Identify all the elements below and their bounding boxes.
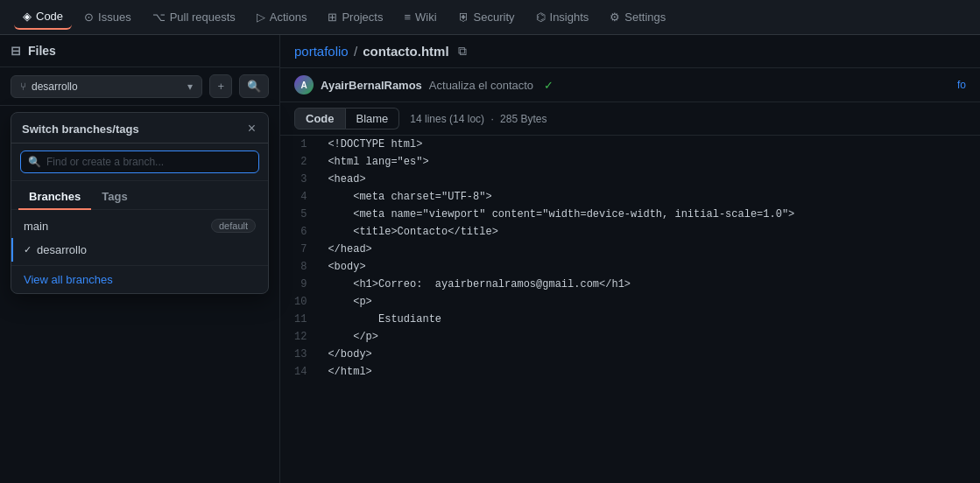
table-row: 4 <meta charset="UTF-8"> bbox=[280, 188, 980, 206]
line-number: 14 bbox=[280, 363, 321, 381]
line-number: 7 bbox=[280, 241, 321, 258]
files-icon: ⊟ bbox=[11, 44, 21, 58]
line-number: 2 bbox=[280, 153, 321, 171]
table-row: 6 <title>Contacto</title> bbox=[280, 223, 980, 241]
table-row: 3<head> bbox=[280, 171, 980, 188]
line-code: <meta charset="UTF-8"> bbox=[321, 188, 980, 206]
path-separator: / bbox=[354, 44, 361, 59]
nav-code[interactable]: ◈ Code bbox=[14, 4, 72, 30]
copy-path-icon[interactable]: ⧉ bbox=[458, 44, 467, 59]
branch-search-input[interactable] bbox=[46, 156, 251, 168]
repo-link[interactable]: portafolio bbox=[294, 44, 349, 59]
line-number: 11 bbox=[280, 311, 321, 328]
nav-actions[interactable]: ▷ Actions bbox=[248, 5, 316, 29]
branch-icon: ⑂ bbox=[20, 80, 26, 93]
file-path-header: portafolio / contacto.html ⧉ bbox=[280, 35, 980, 68]
check-icon: ✓ bbox=[24, 244, 32, 256]
branch-name-main: main bbox=[24, 220, 48, 233]
dropdown-title: Switch branches/tags bbox=[22, 122, 139, 136]
settings-nav-icon: ⚙ bbox=[610, 10, 620, 24]
code-nav-icon: ◈ bbox=[23, 10, 32, 23]
table-row: 8<body> bbox=[280, 258, 980, 276]
table-row: 10 <p> bbox=[280, 293, 980, 311]
line-code: </html> bbox=[321, 363, 980, 381]
line-code: </head> bbox=[321, 241, 980, 258]
nav-pullrequests[interactable]: ⌥ Pull requests bbox=[144, 5, 244, 29]
issues-nav-icon: ⊙ bbox=[84, 10, 94, 24]
code-meta: 14 lines (14 loc) · 285 Bytes bbox=[410, 113, 546, 125]
table-row: 13</body> bbox=[280, 346, 980, 363]
line-number: 4 bbox=[280, 188, 321, 206]
search-input-wrapper: 🔍 bbox=[20, 150, 259, 173]
blame-view-button[interactable]: Blame bbox=[346, 108, 400, 130]
main-layout: ⊟ Files ⑂ desarrollo ▾ + 🔍 Switch branch… bbox=[0, 35, 980, 483]
dropdown-header: Switch branches/tags × bbox=[11, 113, 268, 144]
branch-selector-row: ⑂ desarrollo ▾ + 🔍 bbox=[0, 67, 279, 106]
nav-security[interactable]: ⛨ Security bbox=[449, 5, 524, 29]
view-all-branches-link[interactable]: View all branches bbox=[11, 265, 268, 293]
line-code: Estudiante bbox=[321, 311, 980, 328]
branch-search-box: 🔍 bbox=[11, 144, 268, 181]
default-badge: default bbox=[211, 219, 256, 233]
nav-insights[interactable]: ⌬ Insights bbox=[527, 5, 598, 29]
branch-item-desarrollo[interactable]: ✓ desarrollo bbox=[11, 238, 268, 262]
security-nav-icon: ⛨ bbox=[458, 10, 469, 24]
sidebar-title: ⊟ Files bbox=[11, 44, 56, 58]
line-code: <title>Contacto</title> bbox=[321, 223, 980, 241]
chevron-down-icon: ▾ bbox=[187, 80, 193, 93]
table-row: 5 <meta name="viewport" content="width=d… bbox=[280, 206, 980, 223]
lines-count: 14 lines (14 loc) bbox=[410, 113, 484, 125]
commit-hash: fo bbox=[957, 79, 966, 91]
tab-tags[interactable]: Tags bbox=[91, 185, 137, 210]
line-code: <head> bbox=[321, 171, 980, 188]
commit-message: Actualiza el contacto bbox=[429, 79, 533, 92]
nav-issues[interactable]: ⊙ Issues bbox=[75, 5, 140, 29]
top-nav: ◈ Code ⊙ Issues ⌥ Pull requests ▷ Action… bbox=[0, 0, 980, 35]
branch-tabs: Branches Tags bbox=[11, 181, 268, 210]
line-number: 1 bbox=[280, 136, 321, 153]
nav-settings[interactable]: ⚙ Settings bbox=[601, 5, 674, 29]
code-area: portafolio / contacto.html ⧉ A AyairBern… bbox=[280, 35, 980, 483]
close-dropdown-button[interactable]: × bbox=[246, 122, 257, 136]
code-toolbar: Code Blame 14 lines (14 loc) · 285 Bytes bbox=[280, 102, 980, 136]
actions-nav-icon: ▷ bbox=[257, 10, 265, 24]
search-files-button[interactable]: 🔍 bbox=[239, 74, 269, 98]
line-code: <html lang="es"> bbox=[321, 153, 980, 171]
wiki-nav-icon: ≡ bbox=[404, 10, 411, 24]
nav-wiki[interactable]: ≡ Wiki bbox=[395, 5, 445, 29]
line-number: 8 bbox=[280, 258, 321, 276]
line-number: 9 bbox=[280, 276, 321, 293]
line-number: 13 bbox=[280, 346, 321, 363]
table-row: 2<html lang="es"> bbox=[280, 153, 980, 171]
table-row: 11 Estudiante bbox=[280, 311, 980, 328]
nav-projects[interactable]: ⊞ Projects bbox=[319, 5, 391, 29]
line-code: </body> bbox=[321, 346, 980, 363]
branch-label-desarrollo: desarrollo bbox=[37, 243, 87, 256]
branch-item-main[interactable]: main default bbox=[11, 214, 268, 238]
branch-label-main: main bbox=[24, 220, 48, 233]
commit-row: A AyairBernalRamos Actualiza el contacto… bbox=[280, 68, 980, 102]
file-name: contacto.html bbox=[363, 44, 448, 59]
tab-branches[interactable]: Branches bbox=[18, 185, 91, 210]
commit-author: AyairBernalRamos bbox=[321, 79, 422, 92]
code-content[interactable]: 1<!DOCTYPE html>2<html lang="es">3<head>… bbox=[280, 136, 980, 483]
table-row: 7</head> bbox=[280, 241, 980, 258]
sidebar: ⊟ Files ⑂ desarrollo ▾ + 🔍 Switch branch… bbox=[0, 35, 280, 483]
plus-icon: + bbox=[217, 80, 224, 93]
sidebar-header: ⊟ Files bbox=[0, 35, 279, 67]
projects-nav-icon: ⊞ bbox=[328, 10, 337, 24]
line-code: <h1>Correo: ayairbernalramos@gmail.com</… bbox=[321, 276, 980, 293]
line-code: <meta name="viewport" content="width=dev… bbox=[321, 206, 980, 223]
file-breadcrumb: portafolio / contacto.html bbox=[294, 44, 449, 59]
file-size: 285 Bytes bbox=[500, 113, 546, 125]
branch-dropdown-panel: Switch branches/tags × 🔍 Branches Tags m… bbox=[11, 112, 269, 294]
add-file-button[interactable]: + bbox=[209, 74, 232, 98]
line-number: 10 bbox=[280, 293, 321, 311]
table-row: 12 </p> bbox=[280, 328, 980, 346]
line-code: <p> bbox=[321, 293, 980, 311]
line-code: <!DOCTYPE html> bbox=[321, 136, 980, 153]
branch-dropdown-button[interactable]: ⑂ desarrollo ▾ bbox=[11, 75, 202, 98]
line-number: 12 bbox=[280, 328, 321, 346]
line-number: 6 bbox=[280, 223, 321, 241]
code-view-button[interactable]: Code bbox=[294, 108, 346, 130]
